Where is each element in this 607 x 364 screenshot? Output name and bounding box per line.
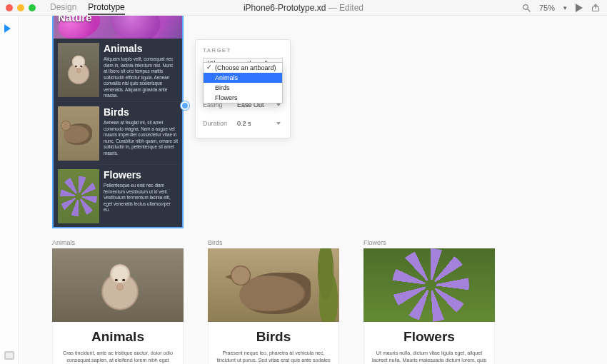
artboard-text: Cras tincidunt, ante ac tristique auctor… [60, 350, 176, 364]
search-icon[interactable] [522, 4, 531, 12]
panel-target-label: TARGET [203, 47, 283, 54]
artboard-body: Animals Cras tincidunt, ante ac tristiqu… [52, 322, 184, 364]
artboard-body: Birds Praesent neque leo, pharetra at ve… [208, 322, 339, 364]
list-item-title: Flowers [104, 169, 178, 181]
list-item-animals[interactable]: Animals Aliquam turpis velit, consequat … [54, 39, 182, 101]
close-window-button[interactable] [6, 4, 13, 11]
target-option-flowers[interactable]: Flowers [204, 93, 282, 103]
list-item-desc: Aliquam turpis velit, consequat nec diam… [104, 56, 178, 99]
artboard-text: Praesent neque leo, pharetra at vehicula… [216, 350, 331, 364]
artboard-text: Ut mauris nulla, dictum vitae ligula ege… [371, 350, 487, 364]
artboard-nature-header: Nature [54, 16, 182, 39]
artboard-label: Birds [208, 239, 339, 246]
artboard-hero-image [363, 248, 495, 322]
interaction-panel: TARGET (Choose an artboard) (Choose an a… [195, 39, 291, 138]
list-item-title: Animals [104, 43, 178, 54]
artboard-heading: Birds [216, 329, 331, 345]
zoom-window-button[interactable] [29, 4, 36, 11]
target-option-animals[interactable]: Animals [204, 73, 282, 83]
prototype-start-icon[interactable] [4, 24, 11, 33]
artboard-heading: Animals [60, 329, 176, 345]
artboard-body: Flowers Ut mauris nulla, dictum vitae li… [363, 322, 495, 364]
link-handle[interactable] [181, 101, 189, 110]
svg-line-1 [528, 9, 530, 11]
duration-label: Duration [203, 120, 230, 127]
zoom-level[interactable]: 75% [539, 4, 555, 12]
thumbnail-flowers [58, 169, 99, 223]
target-option-birds[interactable]: Birds [204, 83, 282, 93]
artboard-nature[interactable]: Nature Animals Aliquam turpis velit, con… [52, 16, 184, 228]
list-item-birds[interactable]: Birds Aenean at feugiat mi, sit amet com… [54, 101, 182, 164]
titlebar: Design Prototype iPhone6-Prototype.xd — … [0, 0, 607, 16]
document-edited-suffix: — Edited [326, 3, 363, 13]
thumbnail-animals [58, 43, 99, 97]
list-item-title: Birds [104, 106, 178, 118]
svg-point-0 [523, 4, 528, 9]
tab-prototype[interactable]: Prototype [88, 1, 124, 15]
document-filename: iPhone6-Prototype.xd [244, 3, 326, 13]
artboard-nature-title: Nature [58, 16, 92, 24]
artboard-heading: Flowers [371, 329, 487, 345]
list-item-desc: Pellentesque eu erat nec diam fermentum … [104, 183, 178, 213]
duration-select[interactable]: 0.2 s [236, 118, 283, 129]
thumbnail-birds [58, 106, 99, 161]
artboard-animals[interactable]: Animals Animals Cras tincidunt, ante ac … [52, 239, 184, 364]
feedback-icon[interactable] [4, 351, 14, 360]
target-dropdown: (Choose an artboard) Animals Birds Flowe… [203, 62, 283, 103]
list-item-desc: Aenean at feugiat mi, sit amet commodo m… [104, 120, 178, 156]
left-tool-strip [0, 16, 19, 364]
artboard-flowers[interactable]: Flowers Flowers Ut mauris nulla, dictum … [363, 239, 495, 364]
canvas[interactable]: Nature Animals Aliquam turpis velit, con… [19, 16, 607, 364]
artboard-hero-image [208, 248, 339, 322]
artboard-label: Animals [52, 239, 184, 246]
target-option-none[interactable]: (Choose an artboard) [204, 63, 282, 73]
share-icon[interactable] [591, 4, 600, 12]
artboard-birds[interactable]: Birds Birds Praesent neque leo, pharetra… [208, 239, 339, 364]
mode-tabs: Design Prototype [50, 1, 125, 15]
chevron-down-icon[interactable]: ▾ [563, 4, 567, 11]
window-controls [0, 4, 36, 11]
artboard-label: Flowers [363, 239, 495, 246]
preview-play-icon[interactable] [576, 4, 583, 12]
minimize-window-button[interactable] [17, 4, 24, 11]
list-item-flowers[interactable]: Flowers Pellentesque eu erat nec diam fe… [54, 164, 182, 227]
svg-marker-2 [576, 4, 583, 12]
tab-design[interactable]: Design [50, 1, 76, 15]
artboard-hero-image [52, 248, 184, 322]
